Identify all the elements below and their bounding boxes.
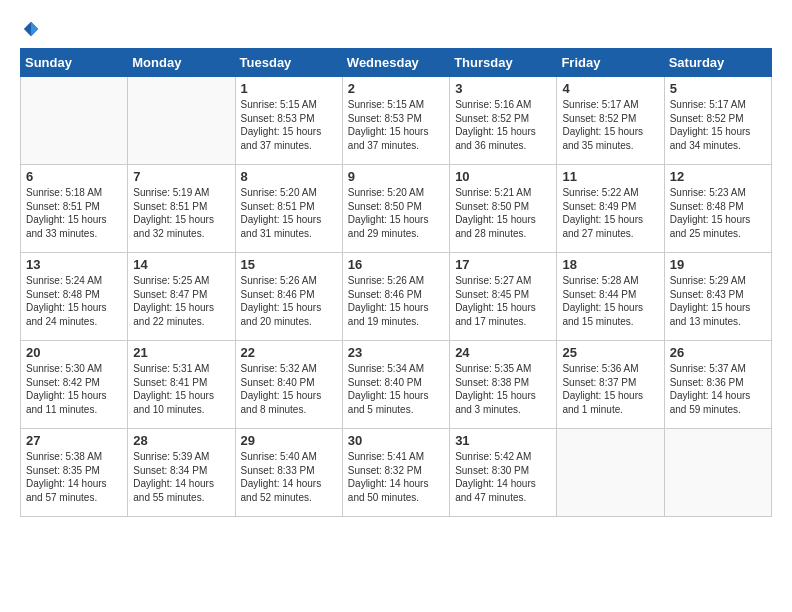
- page-header: [20, 20, 772, 38]
- cell-content: Sunrise: 5:34 AM Sunset: 8:40 PM Dayligh…: [348, 362, 444, 416]
- day-number: 10: [455, 169, 551, 184]
- cell-content: Sunrise: 5:15 AM Sunset: 8:53 PM Dayligh…: [241, 98, 337, 152]
- calendar-cell: 26Sunrise: 5:37 AM Sunset: 8:36 PM Dayli…: [664, 341, 771, 429]
- calendar-week-5: 27Sunrise: 5:38 AM Sunset: 8:35 PM Dayli…: [21, 429, 772, 517]
- cell-content: Sunrise: 5:41 AM Sunset: 8:32 PM Dayligh…: [348, 450, 444, 504]
- day-of-week-thursday: Thursday: [450, 49, 557, 77]
- day-number: 14: [133, 257, 229, 272]
- calendar-cell: 23Sunrise: 5:34 AM Sunset: 8:40 PM Dayli…: [342, 341, 449, 429]
- day-number: 30: [348, 433, 444, 448]
- cell-content: Sunrise: 5:35 AM Sunset: 8:38 PM Dayligh…: [455, 362, 551, 416]
- cell-content: Sunrise: 5:26 AM Sunset: 8:46 PM Dayligh…: [241, 274, 337, 328]
- day-number: 19: [670, 257, 766, 272]
- cell-content: Sunrise: 5:37 AM Sunset: 8:36 PM Dayligh…: [670, 362, 766, 416]
- calendar-cell: 16Sunrise: 5:26 AM Sunset: 8:46 PM Dayli…: [342, 253, 449, 341]
- cell-content: Sunrise: 5:39 AM Sunset: 8:34 PM Dayligh…: [133, 450, 229, 504]
- day-number: 11: [562, 169, 658, 184]
- day-number: 26: [670, 345, 766, 360]
- cell-content: Sunrise: 5:30 AM Sunset: 8:42 PM Dayligh…: [26, 362, 122, 416]
- day-number: 20: [26, 345, 122, 360]
- calendar-cell: 10Sunrise: 5:21 AM Sunset: 8:50 PM Dayli…: [450, 165, 557, 253]
- calendar-table: SundayMondayTuesdayWednesdayThursdayFrid…: [20, 48, 772, 517]
- cell-content: Sunrise: 5:23 AM Sunset: 8:48 PM Dayligh…: [670, 186, 766, 240]
- day-number: 5: [670, 81, 766, 96]
- day-number: 24: [455, 345, 551, 360]
- calendar-cell: 6Sunrise: 5:18 AM Sunset: 8:51 PM Daylig…: [21, 165, 128, 253]
- cell-content: Sunrise: 5:21 AM Sunset: 8:50 PM Dayligh…: [455, 186, 551, 240]
- calendar-week-2: 6Sunrise: 5:18 AM Sunset: 8:51 PM Daylig…: [21, 165, 772, 253]
- cell-content: Sunrise: 5:17 AM Sunset: 8:52 PM Dayligh…: [670, 98, 766, 152]
- day-number: 4: [562, 81, 658, 96]
- cell-content: Sunrise: 5:24 AM Sunset: 8:48 PM Dayligh…: [26, 274, 122, 328]
- calendar-cell: 15Sunrise: 5:26 AM Sunset: 8:46 PM Dayli…: [235, 253, 342, 341]
- day-of-week-friday: Friday: [557, 49, 664, 77]
- calendar-cell: 27Sunrise: 5:38 AM Sunset: 8:35 PM Dayli…: [21, 429, 128, 517]
- cell-content: Sunrise: 5:22 AM Sunset: 8:49 PM Dayligh…: [562, 186, 658, 240]
- calendar-cell: [664, 429, 771, 517]
- calendar-cell: 5Sunrise: 5:17 AM Sunset: 8:52 PM Daylig…: [664, 77, 771, 165]
- cell-content: Sunrise: 5:20 AM Sunset: 8:50 PM Dayligh…: [348, 186, 444, 240]
- cell-content: Sunrise: 5:42 AM Sunset: 8:30 PM Dayligh…: [455, 450, 551, 504]
- cell-content: Sunrise: 5:27 AM Sunset: 8:45 PM Dayligh…: [455, 274, 551, 328]
- calendar-cell: 12Sunrise: 5:23 AM Sunset: 8:48 PM Dayli…: [664, 165, 771, 253]
- cell-content: Sunrise: 5:26 AM Sunset: 8:46 PM Dayligh…: [348, 274, 444, 328]
- calendar-cell: 13Sunrise: 5:24 AM Sunset: 8:48 PM Dayli…: [21, 253, 128, 341]
- cell-content: Sunrise: 5:40 AM Sunset: 8:33 PM Dayligh…: [241, 450, 337, 504]
- cell-content: Sunrise: 5:16 AM Sunset: 8:52 PM Dayligh…: [455, 98, 551, 152]
- calendar-cell: 7Sunrise: 5:19 AM Sunset: 8:51 PM Daylig…: [128, 165, 235, 253]
- cell-content: Sunrise: 5:38 AM Sunset: 8:35 PM Dayligh…: [26, 450, 122, 504]
- calendar-cell: [128, 77, 235, 165]
- calendar-cell: 3Sunrise: 5:16 AM Sunset: 8:52 PM Daylig…: [450, 77, 557, 165]
- cell-content: Sunrise: 5:15 AM Sunset: 8:53 PM Dayligh…: [348, 98, 444, 152]
- calendar-cell: 9Sunrise: 5:20 AM Sunset: 8:50 PM Daylig…: [342, 165, 449, 253]
- cell-content: Sunrise: 5:19 AM Sunset: 8:51 PM Dayligh…: [133, 186, 229, 240]
- logo: [20, 20, 40, 38]
- calendar-cell: 31Sunrise: 5:42 AM Sunset: 8:30 PM Dayli…: [450, 429, 557, 517]
- calendar-cell: 1Sunrise: 5:15 AM Sunset: 8:53 PM Daylig…: [235, 77, 342, 165]
- cell-content: Sunrise: 5:20 AM Sunset: 8:51 PM Dayligh…: [241, 186, 337, 240]
- calendar-cell: 4Sunrise: 5:17 AM Sunset: 8:52 PM Daylig…: [557, 77, 664, 165]
- day-number: 21: [133, 345, 229, 360]
- cell-content: Sunrise: 5:29 AM Sunset: 8:43 PM Dayligh…: [670, 274, 766, 328]
- cell-content: Sunrise: 5:31 AM Sunset: 8:41 PM Dayligh…: [133, 362, 229, 416]
- day-number: 13: [26, 257, 122, 272]
- calendar-header-row: SundayMondayTuesdayWednesdayThursdayFrid…: [21, 49, 772, 77]
- calendar-week-3: 13Sunrise: 5:24 AM Sunset: 8:48 PM Dayli…: [21, 253, 772, 341]
- calendar-cell: 28Sunrise: 5:39 AM Sunset: 8:34 PM Dayli…: [128, 429, 235, 517]
- day-of-week-wednesday: Wednesday: [342, 49, 449, 77]
- day-number: 29: [241, 433, 337, 448]
- calendar-cell: 2Sunrise: 5:15 AM Sunset: 8:53 PM Daylig…: [342, 77, 449, 165]
- cell-content: Sunrise: 5:25 AM Sunset: 8:47 PM Dayligh…: [133, 274, 229, 328]
- calendar-cell: 25Sunrise: 5:36 AM Sunset: 8:37 PM Dayli…: [557, 341, 664, 429]
- cell-content: Sunrise: 5:28 AM Sunset: 8:44 PM Dayligh…: [562, 274, 658, 328]
- day-number: 18: [562, 257, 658, 272]
- day-number: 8: [241, 169, 337, 184]
- calendar-cell: 21Sunrise: 5:31 AM Sunset: 8:41 PM Dayli…: [128, 341, 235, 429]
- day-number: 17: [455, 257, 551, 272]
- calendar-cell: 11Sunrise: 5:22 AM Sunset: 8:49 PM Dayli…: [557, 165, 664, 253]
- cell-content: Sunrise: 5:32 AM Sunset: 8:40 PM Dayligh…: [241, 362, 337, 416]
- calendar-cell: [21, 77, 128, 165]
- calendar-cell: 20Sunrise: 5:30 AM Sunset: 8:42 PM Dayli…: [21, 341, 128, 429]
- day-number: 25: [562, 345, 658, 360]
- day-number: 16: [348, 257, 444, 272]
- calendar-cell: 19Sunrise: 5:29 AM Sunset: 8:43 PM Dayli…: [664, 253, 771, 341]
- calendar-cell: 22Sunrise: 5:32 AM Sunset: 8:40 PM Dayli…: [235, 341, 342, 429]
- day-of-week-monday: Monday: [128, 49, 235, 77]
- calendar-cell: 30Sunrise: 5:41 AM Sunset: 8:32 PM Dayli…: [342, 429, 449, 517]
- calendar-week-1: 1Sunrise: 5:15 AM Sunset: 8:53 PM Daylig…: [21, 77, 772, 165]
- calendar-cell: 29Sunrise: 5:40 AM Sunset: 8:33 PM Dayli…: [235, 429, 342, 517]
- calendar-cell: 24Sunrise: 5:35 AM Sunset: 8:38 PM Dayli…: [450, 341, 557, 429]
- day-of-week-tuesday: Tuesday: [235, 49, 342, 77]
- day-number: 23: [348, 345, 444, 360]
- day-number: 27: [26, 433, 122, 448]
- day-number: 31: [455, 433, 551, 448]
- calendar-cell: 18Sunrise: 5:28 AM Sunset: 8:44 PM Dayli…: [557, 253, 664, 341]
- calendar-cell: 17Sunrise: 5:27 AM Sunset: 8:45 PM Dayli…: [450, 253, 557, 341]
- day-number: 12: [670, 169, 766, 184]
- day-of-week-sunday: Sunday: [21, 49, 128, 77]
- cell-content: Sunrise: 5:17 AM Sunset: 8:52 PM Dayligh…: [562, 98, 658, 152]
- calendar-cell: [557, 429, 664, 517]
- cell-content: Sunrise: 5:18 AM Sunset: 8:51 PM Dayligh…: [26, 186, 122, 240]
- day-number: 22: [241, 345, 337, 360]
